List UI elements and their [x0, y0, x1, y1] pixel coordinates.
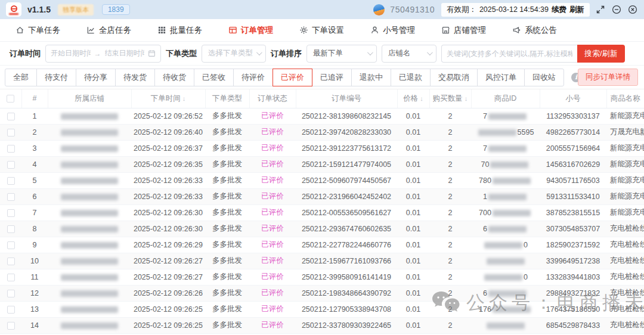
col-order-status: 订单状态 — [249, 89, 296, 108]
avatar[interactable] — [373, 4, 385, 15]
row-checkbox[interactable] — [7, 161, 15, 169]
chevron-down-icon — [427, 49, 433, 55]
col-order-time[interactable]: 下单时间↓ — [131, 89, 205, 108]
order-number: 250212-397420828233030 — [296, 124, 397, 140]
status-tab-4[interactable]: 待收货 — [154, 69, 194, 86]
order-qty: 2 — [429, 140, 471, 156]
col-order-number: 订单编号 — [296, 89, 397, 108]
sync-order-details-button[interactable]: 同步订单详情 — [578, 69, 638, 86]
nav-item-place-order-task[interactable]: 下单任务 — [16, 25, 60, 36]
status-tab-13[interactable]: 回收站 — [524, 69, 564, 86]
order-sort-select[interactable]: 最新下单 — [306, 45, 377, 63]
range-arrow: → — [94, 49, 101, 58]
order-status: 已评价 — [249, 124, 296, 140]
table-row[interactable]: 3 2025-02-12 09:26:37 多多批发 已评价 250212-39… — [0, 140, 644, 156]
keyword-input[interactable] — [441, 45, 577, 63]
order-time: 2025-02-12 09:26:40 — [131, 124, 205, 140]
sub-account: 3878523815515 — [540, 204, 606, 221]
nav-item-store-task[interactable]: 全店任务 — [86, 25, 131, 36]
row-checkbox[interactable] — [7, 177, 15, 185]
row-checkbox[interactable] — [7, 274, 15, 281]
sort-down-icon[interactable]: ↓ — [465, 95, 468, 102]
nav-item-order-settings[interactable]: 下单设置 — [299, 25, 344, 36]
table-row[interactable]: 7 2025-02-12 09:26:30 多多批发 已评价 250212-00… — [0, 204, 644, 221]
status-tab-8[interactable]: 已追评 — [312, 69, 352, 86]
order-number: 250212-159121477974005 — [296, 156, 397, 172]
status-tab-12[interactable]: 风控订单 — [477, 69, 525, 86]
nav-label: 下单任务 — [28, 25, 60, 36]
product-id-blur — [488, 226, 527, 232]
product-id-blur — [487, 258, 525, 265]
sort-down-icon[interactable]: ↓ — [420, 95, 423, 102]
table-row[interactable]: 13 2025-02-12 09:26:25 多多批发 已评价 250212-1… — [0, 301, 644, 317]
refresh-link[interactable]: 刷新 — [569, 5, 584, 15]
product-name: 新能源充电 — [606, 156, 644, 172]
row-checkbox[interactable] — [7, 145, 15, 153]
status-tab-1[interactable]: 待支付 — [36, 69, 76, 86]
app-logo — [6, 2, 21, 17]
user-id: 750491310 — [390, 5, 435, 14]
table-row[interactable]: 10 2025-02-12 09:26:27 多多批发 已评价 250212-1… — [0, 253, 644, 269]
col-quantity[interactable]: 购买数量↓ — [429, 89, 471, 108]
product-id-masked: 70 — [471, 156, 540, 172]
order-status: 已评价 — [249, 188, 296, 204]
product-id-masked: 1 — [471, 188, 540, 204]
chevron-down-icon — [256, 49, 262, 55]
nav-item-batch-task[interactable]: 批量任务 — [157, 25, 202, 36]
col-price[interactable]: 价格↓ — [397, 89, 429, 108]
row-checkbox[interactable] — [7, 290, 15, 297]
status-tab-6[interactable]: 待评价 — [233, 69, 273, 86]
status-tab-2[interactable]: 待分享 — [76, 69, 116, 86]
nav-item-system-announcement[interactable]: 系统公告 — [512, 25, 557, 36]
status-tab-9[interactable]: 退款中 — [351, 69, 391, 86]
fullscreen-icon[interactable] — [595, 4, 606, 15]
row-checkbox[interactable] — [7, 129, 15, 137]
close-icon[interactable] — [627, 4, 638, 15]
sub-account: 6854529878433 — [540, 317, 606, 333]
row-checkbox[interactable] — [7, 258, 15, 265]
order-type: 多多批发 — [205, 269, 249, 285]
select-all-checkbox[interactable] — [7, 95, 14, 103]
table-row[interactable]: 9 2025-02-12 09:26:29 多多批发 已评价 250212-22… — [0, 237, 644, 253]
table-row[interactable]: 1 2025-02-12 09:26:52 多多批发 已评价 250212-38… — [0, 108, 644, 124]
sort-down-icon[interactable]: ↓ — [182, 95, 186, 102]
table-row[interactable]: 12 2025-02-12 09:26:26 多多批发 已评价 250212-1… — [0, 285, 644, 301]
table-row[interactable]: 2 2025-02-12 09:26:40 多多批发 已评价 250212-39… — [0, 124, 644, 140]
shop-field-select[interactable]: 店铺名 — [382, 45, 436, 63]
validity-label: 有效期： — [447, 5, 476, 15]
product-id-blur — [487, 322, 525, 329]
product-id-blur — [484, 274, 522, 281]
status-tab-active-7[interactable]: 已评价 — [273, 69, 312, 86]
status-tab-11[interactable]: 交易取消 — [430, 69, 478, 86]
row-checkbox[interactable] — [7, 193, 15, 201]
row-checkbox[interactable] — [7, 306, 15, 314]
status-tab-3[interactable]: 待发货 — [115, 69, 155, 86]
table-row[interactable]: 6 2025-02-12 09:26:33 多多批发 已评价 250212-23… — [0, 188, 644, 204]
col-product-name: 商品名称 — [606, 89, 644, 108]
minimize-icon[interactable] — [611, 4, 622, 15]
order-type-select[interactable]: 选择下单类型 — [202, 45, 266, 63]
order-table-icon — [228, 26, 237, 35]
row-checkbox[interactable] — [7, 241, 15, 249]
search-refresh-button[interactable]: 搜索/刷新 — [577, 45, 625, 63]
row-checkbox[interactable] — [7, 113, 15, 120]
status-tab-5[interactable]: 已签收 — [194, 69, 234, 86]
date-range-input[interactable]: 开始日期时间 → 结束日期时间 — [45, 45, 161, 63]
table-row[interactable]: 11 2025-02-12 09:26:27 多多批发 已评价 250212-3… — [0, 269, 644, 285]
status-tab-0[interactable]: 全部 — [5, 69, 37, 86]
table-row[interactable]: 8 2025-02-12 09:26:30 多多批发 已评价 250212-29… — [0, 221, 644, 237]
nav-item-shop-management[interactable]: 店铺管理 — [441, 25, 486, 36]
nav-item-order-management[interactable]: 订单管理 — [228, 25, 273, 36]
row-index: 4 — [21, 156, 48, 172]
row-checkbox[interactable] — [7, 322, 15, 330]
table-row[interactable]: 4 2025-02-12 09:26:35 多多批发 已评价 250212-15… — [0, 156, 644, 172]
table-row[interactable]: 5 2025-02-12 09:26:33 多多批发 已评价 250212-50… — [0, 172, 644, 188]
nav-item-account-management[interactable]: 小号管理 — [370, 25, 415, 36]
order-time: 2025-02-12 09:26:37 — [131, 140, 205, 156]
row-checkbox[interactable] — [7, 209, 15, 217]
status-tab-10[interactable]: 已退款 — [391, 69, 431, 86]
table-row[interactable]: 14 2025-02-12 09:26:25 多多批发 已评价 250212-3… — [0, 317, 644, 333]
sub-account: 4982265773014 — [540, 124, 606, 140]
renew-link[interactable]: 续费 — [552, 5, 566, 15]
row-checkbox[interactable] — [7, 225, 15, 233]
